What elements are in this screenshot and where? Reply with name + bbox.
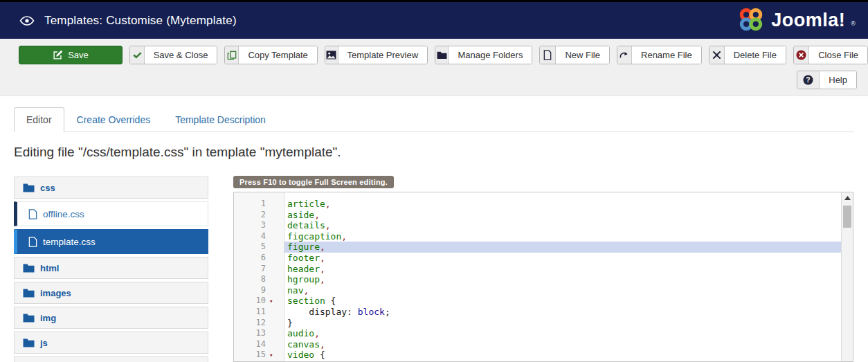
file-tree-item-css[interactable]: css (14, 177, 208, 199)
line-number: 4 (234, 231, 266, 242)
file-tree-item-offline-css[interactable]: offline.css (14, 201, 208, 226)
save-button[interactable]: Save (19, 46, 123, 64)
new-file-icon (540, 46, 556, 64)
new-file-button-label: New File (556, 46, 609, 64)
gutter-row: 2 (234, 210, 284, 221)
gutter-row: 3 (234, 220, 284, 231)
code-line-active[interactable]: figure, (284, 242, 841, 253)
question-circle-icon: ? (797, 71, 820, 89)
line-number: 8 (234, 274, 266, 285)
code-line[interactable]: footer, (284, 253, 841, 264)
editing-file-heading: Editing file "/css/template.css" in temp… (14, 145, 341, 160)
help-button[interactable]: ? Help (797, 71, 857, 89)
line-number: 13 (234, 328, 266, 339)
code-line[interactable]: article, (284, 199, 841, 210)
close-file-button[interactable]: Close File (793, 46, 868, 64)
line-number: 15 (234, 350, 266, 361)
line-number: 14 (234, 339, 266, 350)
file-tree-item-template-css[interactable]: template.css (14, 229, 208, 254)
file-tree-item-label: images (40, 288, 71, 298)
fullscreen-hint: Press F10 to toggle Full Screen editing. (233, 176, 394, 188)
tab-editor[interactable]: Editor (14, 107, 64, 132)
folder-icon (23, 313, 35, 323)
pencil-square-icon (53, 46, 68, 64)
joomla-logo: Joomla!® (736, 5, 856, 37)
file-tree-item-label: js (40, 338, 48, 348)
code-line[interactable]: } (284, 318, 841, 329)
code-line[interactable]: figcaption, (284, 231, 841, 242)
help-button-label: Help (820, 71, 856, 89)
svg-text:?: ? (806, 76, 811, 84)
line-number: 1 (234, 199, 266, 210)
image-icon (325, 46, 338, 64)
x-icon (709, 46, 725, 64)
fold-marker-icon[interactable]: ▾ (266, 298, 284, 305)
code-line[interactable]: canvas, (284, 339, 841, 350)
gutter-row: 11 (234, 307, 284, 318)
tab-bar: EditorCreate OverridesTemplate Descripti… (14, 107, 854, 132)
code-line[interactable]: aside, (284, 210, 841, 221)
line-number: 10 (234, 296, 266, 307)
copy-template-button-label: Copy Template (239, 46, 316, 64)
code-line[interactable]: hgroup, (284, 274, 841, 285)
file-tree-item-images[interactable]: images (14, 282, 208, 304)
code-line[interactable]: section { (284, 296, 841, 307)
brand-text: Joomla! (771, 10, 845, 31)
save-close-button[interactable]: Save & Close (129, 46, 217, 64)
code-line[interactable]: nav, (284, 285, 841, 296)
file-tree-item-html[interactable]: html (14, 257, 208, 279)
folder-icon (23, 183, 35, 192)
file-icon (28, 237, 37, 247)
page-title: Templates: Customise (Mytemplate) (44, 14, 237, 28)
folder-icon (23, 263, 35, 273)
file-tree-item-label: img (40, 313, 56, 323)
template-preview-button[interactable]: Template Preview (325, 46, 428, 64)
line-number: 5 (234, 242, 266, 253)
close-circle-icon (794, 46, 809, 64)
code-line[interactable]: display: block; (284, 307, 841, 318)
eye-icon (19, 15, 35, 26)
gutter-row: 1 (234, 199, 284, 210)
code-line[interactable]: audio, (284, 328, 841, 339)
file-tree-item-partial[interactable] (14, 356, 208, 362)
manage-folders-button[interactable]: Manage Folders (435, 46, 532, 64)
code-line[interactable]: details, (284, 220, 841, 231)
gutter-row: 5 (234, 242, 284, 253)
template-preview-button-label: Template Preview (338, 46, 428, 64)
folder-icon (435, 46, 449, 64)
file-tree-item-label: offline.css (43, 209, 84, 219)
code-line[interactable]: video { (284, 350, 841, 361)
file-tree-item-js[interactable]: js (14, 332, 208, 354)
line-number: 3 (234, 220, 266, 231)
code-line[interactable]: header, (284, 264, 841, 275)
fold-marker-icon[interactable]: ▾ (266, 352, 284, 359)
copy-template-button[interactable]: Copy Template (224, 46, 317, 64)
save-close-button-label: Save & Close (145, 46, 217, 64)
app-header: Templates: Customise (Mytemplate) Joomla… (0, 0, 868, 39)
editor-scrollbar[interactable] (841, 192, 853, 361)
rename-arrow-icon (617, 46, 632, 64)
tab-create-overrides[interactable]: Create Overrides (64, 107, 163, 132)
file-tree-item-label: template.css (43, 237, 96, 247)
gutter-row: 9 (234, 285, 284, 296)
gutter-row: 10▾ (234, 296, 284, 307)
file-tree-item-img[interactable]: img (14, 307, 208, 329)
editor-code[interactable]: article,aside,details,figcaption,figure,… (284, 192, 841, 361)
tab-template-description[interactable]: Template Description (163, 107, 278, 132)
line-number: 9 (234, 285, 266, 296)
toolbar-buttons: SaveSave & CloseCopy TemplateTemplate Pr… (0, 39, 868, 64)
delete-file-button-label: Delete File (725, 46, 786, 64)
delete-file-button[interactable]: Delete File (709, 46, 786, 64)
check-icon (130, 46, 145, 64)
scroll-thumb[interactable] (843, 206, 851, 228)
code-editor[interactable]: 12345678910▾1112131415▾ article,aside,de… (233, 192, 853, 362)
close-file-button-label: Close File (809, 46, 867, 64)
save-button-label: Save (68, 46, 89, 64)
folder-icon (23, 288, 35, 298)
gutter-row: 15▾ (234, 350, 284, 361)
folder-icon (23, 338, 35, 347)
rename-file-button[interactable]: Rename File (617, 46, 702, 64)
scroll-up-arrow-icon[interactable] (842, 192, 853, 203)
gutter-row: 8 (234, 274, 284, 285)
new-file-button[interactable]: New File (539, 46, 610, 64)
